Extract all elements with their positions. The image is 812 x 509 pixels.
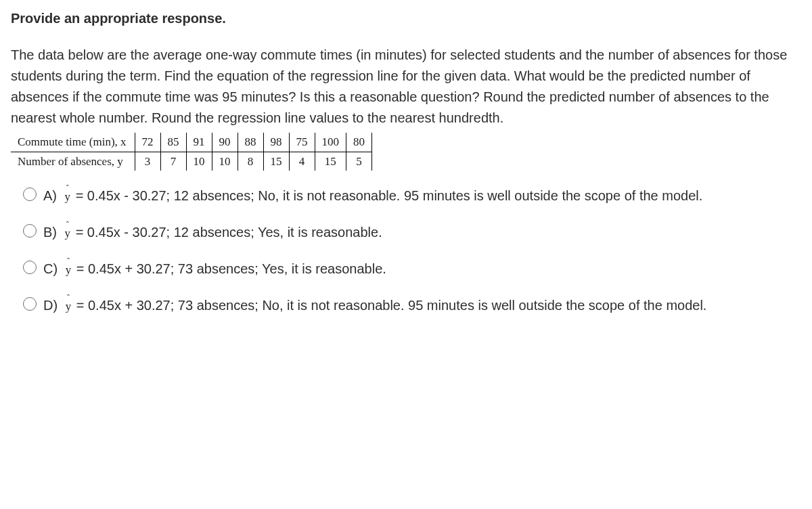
table-cell: 75 xyxy=(289,133,315,152)
row-label-x: Commute time (min), x xyxy=(11,133,135,152)
option-letter: C) xyxy=(43,261,58,276)
radio-icon[interactable] xyxy=(23,224,37,238)
table-cell: 10 xyxy=(186,152,212,171)
option-body: = 0.45x - 30.27; 12 absences; No, it is … xyxy=(76,188,703,203)
table-cell: 8 xyxy=(238,152,263,171)
table-cell: 91 xyxy=(186,133,212,152)
table-cell: 15 xyxy=(263,152,289,171)
table-cell: 10 xyxy=(212,152,238,171)
data-table: Commute time (min), x 72 85 91 90 88 98 … xyxy=(11,133,372,171)
table-cell: 100 xyxy=(315,133,346,152)
table-cell: 90 xyxy=(212,133,238,152)
yhat-symbol: ˆy xyxy=(65,188,71,206)
radio-icon[interactable] xyxy=(23,261,37,274)
option-body: = 0.45x + 30.27; 73 absences; No, it is … xyxy=(76,298,707,313)
yhat-symbol: ˆy xyxy=(65,225,71,242)
table-cell: 5 xyxy=(346,152,372,171)
option-letter: B) xyxy=(43,225,57,240)
option-body: = 0.45x - 30.27; 12 absences; Yes, it is… xyxy=(76,225,382,240)
option-text: D) ˆy = 0.45x + 30.27; 73 absences; No, … xyxy=(43,295,706,315)
table-cell: 88 xyxy=(238,133,263,152)
option-letter: A) xyxy=(43,188,57,203)
option-text: B) ˆy = 0.45x - 30.27; 12 absences; Yes,… xyxy=(43,222,382,242)
table-row: Number of absences, y 3 7 10 10 8 15 4 1… xyxy=(11,152,372,171)
table-row: Commute time (min), x 72 85 91 90 88 98 … xyxy=(11,133,372,152)
table-cell: 7 xyxy=(160,152,186,171)
option-a[interactable]: A) ˆy = 0.45x - 30.27; 12 absences; No, … xyxy=(23,185,801,206)
yhat-symbol: ˆy xyxy=(66,298,72,315)
table-cell: 98 xyxy=(263,133,289,152)
table-cell: 80 xyxy=(346,133,372,152)
heading: Provide an appropriate response. xyxy=(11,8,801,28)
table-cell: 3 xyxy=(135,152,160,171)
option-c[interactable]: C) ˆy = 0.45x + 30.27; 73 absences; Yes,… xyxy=(23,259,801,279)
options-group: A) ˆy = 0.45x - 30.27; 12 absences; No, … xyxy=(23,185,801,315)
table-cell: 72 xyxy=(135,133,160,152)
option-text: C) ˆy = 0.45x + 30.27; 73 absences; Yes,… xyxy=(43,259,386,279)
option-d[interactable]: D) ˆy = 0.45x + 30.27; 73 absences; No, … xyxy=(23,295,801,315)
option-text: A) ˆy = 0.45x - 30.27; 12 absences; No, … xyxy=(43,185,702,206)
option-body: = 0.45x + 30.27; 73 absences; Yes, it is… xyxy=(76,261,386,276)
option-letter: D) xyxy=(43,298,58,313)
row-label-y: Number of absences, y xyxy=(11,152,135,171)
radio-icon[interactable] xyxy=(23,297,37,311)
table-cell: 4 xyxy=(289,152,315,171)
yhat-symbol: ˆy xyxy=(66,261,72,279)
table-cell: 15 xyxy=(315,152,346,171)
question-text: The data below are the average one-way c… xyxy=(11,45,801,129)
radio-icon[interactable] xyxy=(23,187,37,201)
table-cell: 85 xyxy=(160,133,186,152)
option-b[interactable]: B) ˆy = 0.45x - 30.27; 12 absences; Yes,… xyxy=(23,222,801,242)
